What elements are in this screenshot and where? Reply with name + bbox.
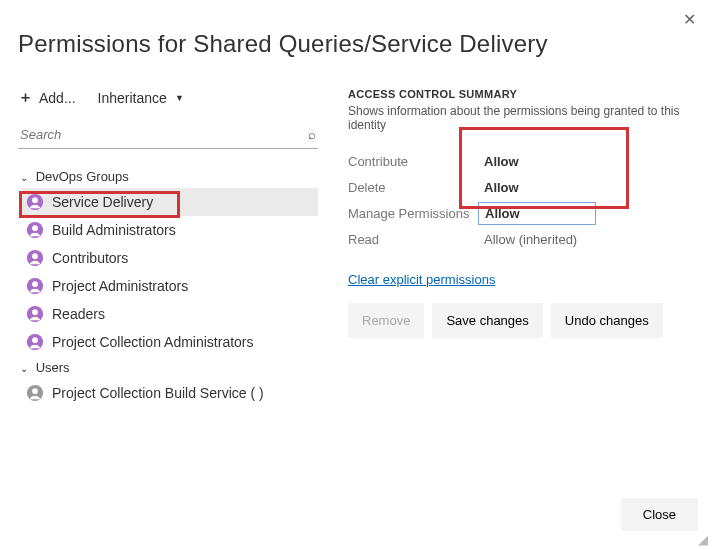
user-icon	[26, 384, 44, 402]
add-button[interactable]: ＋ Add...	[18, 88, 76, 107]
close-icon[interactable]: ✕	[683, 10, 696, 29]
group-icon	[26, 277, 44, 295]
sidebar-item-label: Project Collection Administrators	[52, 334, 254, 350]
users-header[interactable]: ⌄ Users	[18, 356, 318, 379]
devops-groups-header[interactable]: ⌄ DevOps Groups	[18, 165, 318, 188]
svg-point-3	[32, 225, 38, 231]
group-icon	[26, 249, 44, 267]
perm-label-contribute: Contribute	[348, 154, 478, 169]
group-icon	[26, 305, 44, 323]
resize-handle-icon: ◢	[698, 532, 708, 547]
perm-value-delete[interactable]: Allow	[478, 177, 596, 198]
svg-point-7	[32, 281, 38, 287]
save-changes-button[interactable]: Save changes	[432, 303, 542, 338]
perm-value-contribute[interactable]: Allow	[478, 151, 596, 172]
remove-button[interactable]: Remove	[348, 303, 424, 338]
chevron-down-icon: ▼	[175, 93, 184, 103]
inheritance-dropdown[interactable]: Inheritance ▼	[98, 90, 184, 106]
search-input[interactable]	[20, 127, 308, 142]
group-icon	[26, 221, 44, 239]
sidebar-item-label: Project Administrators	[52, 278, 188, 294]
chevron-down-icon: ⌄	[20, 172, 32, 183]
perm-label-read: Read	[348, 232, 478, 247]
sidebar-item-project-collection-administrators[interactable]: Project Collection Administrators	[22, 328, 318, 356]
add-label: Add...	[39, 90, 76, 106]
svg-point-11	[32, 337, 38, 343]
svg-point-5	[32, 253, 38, 259]
chevron-down-icon: ⌄	[20, 363, 32, 374]
highlight-selected-item	[19, 191, 180, 218]
perm-label-manage-permissions: Manage Permissions	[348, 206, 478, 221]
sidebar-item-build-administrators[interactable]: Build Administrators	[22, 216, 318, 244]
svg-point-9	[32, 309, 38, 315]
page-title: Permissions for Shared Queries/Service D…	[0, 0, 712, 58]
sidebar-item-build-service[interactable]: Project Collection Build Service ( )	[22, 379, 318, 407]
sidebar-item-label: Contributors	[52, 250, 128, 266]
acs-subtitle: Shows information about the permissions …	[348, 104, 700, 132]
clear-explicit-permissions-link[interactable]: Clear explicit permissions	[348, 272, 495, 287]
svg-point-13	[32, 388, 38, 394]
group-icon	[26, 333, 44, 351]
sidebar-item-label: Readers	[52, 306, 105, 322]
plus-icon: ＋	[18, 88, 33, 107]
sidebar-item-label: Project Collection Build Service ( )	[52, 385, 264, 401]
sidebar-item-label: Build Administrators	[52, 222, 176, 238]
acs-title: ACCESS CONTROL SUMMARY	[348, 88, 700, 100]
sidebar-item-readers[interactable]: Readers	[22, 300, 318, 328]
inheritance-label: Inheritance	[98, 90, 167, 106]
sidebar-item-project-administrators[interactable]: Project Administrators	[22, 272, 318, 300]
perm-value-read[interactable]: Allow (inherited)	[478, 229, 596, 250]
perm-value-manage-permissions[interactable]: Allow	[478, 202, 596, 225]
perm-label-delete: Delete	[348, 180, 478, 195]
search-icon: ⌕	[308, 127, 316, 142]
undo-changes-button[interactable]: Undo changes	[551, 303, 663, 338]
sidebar-item-contributors[interactable]: Contributors	[22, 244, 318, 272]
close-button[interactable]: Close	[621, 498, 698, 531]
